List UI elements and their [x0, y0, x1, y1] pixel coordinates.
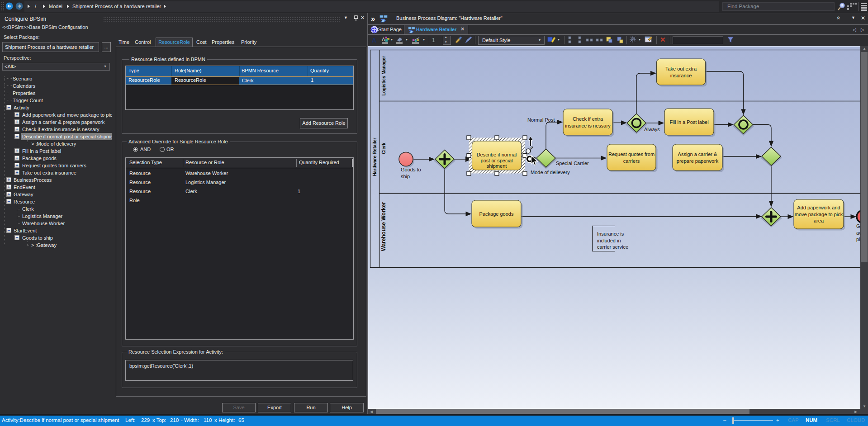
svg-text:insurance is nessary: insurance is nessary	[565, 123, 611, 128]
svg-text:Goods to: Goods to	[401, 167, 421, 172]
svg-text:included in: included in	[597, 238, 621, 243]
svg-text:Insurance is: Insurance is	[597, 231, 624, 237]
svg-text:carriers: carriers	[623, 158, 640, 164]
svg-text:shipment: shipment	[487, 163, 507, 169]
svg-text:Describe if normal: Describe if normal	[477, 152, 517, 157]
svg-text:Clerk: Clerk	[381, 142, 386, 154]
svg-text:pick ar: pick ar	[856, 237, 860, 242]
svg-text:carrier service: carrier service	[597, 244, 628, 250]
svg-text:available: available	[856, 230, 860, 236]
svg-text:Always: Always	[644, 127, 660, 132]
svg-text:Package goods: Package goods	[479, 211, 514, 217]
svg-text:Hardware Retailer: Hardware Retailer	[372, 137, 377, 176]
svg-text:Add paperwork and: Add paperwork and	[797, 205, 840, 210]
svg-text:Mode of delievery: Mode of delievery	[531, 170, 570, 175]
svg-text:Logistics Manager: Logistics Manager	[381, 56, 386, 96]
svg-text:Request quotes from: Request quotes from	[608, 151, 655, 157]
svg-text:Goods: Goods	[856, 223, 860, 229]
svg-text:Special Carrier: Special Carrier	[556, 161, 589, 166]
svg-text:prepare paperwork: prepare paperwork	[677, 158, 719, 164]
svg-text:insurance: insurance	[670, 73, 692, 78]
svg-text:move package to pick: move package to pick	[795, 212, 843, 217]
svg-text:Fill in a Post label: Fill in a Post label	[669, 119, 708, 125]
svg-text:A: A	[382, 37, 385, 42]
svg-text:Warehouse Worker: Warehouse Worker	[380, 202, 387, 251]
svg-text:Normal Post: Normal Post	[527, 117, 555, 123]
svg-text:ship: ship	[401, 174, 410, 179]
svg-text:Take out extra: Take out extra	[665, 66, 697, 71]
svg-text:Check if extra: Check if extra	[573, 116, 603, 122]
svg-text:area: area	[814, 218, 824, 223]
svg-text:Assign a carrier &: Assign a carrier &	[678, 151, 717, 157]
svg-text:post or special: post or special	[481, 158, 513, 163]
